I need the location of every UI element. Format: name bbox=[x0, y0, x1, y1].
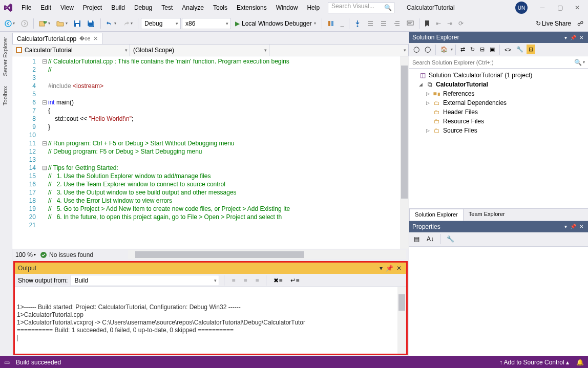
output-tb-1: ≡ bbox=[229, 275, 238, 286]
se-sync-icon[interactable]: ⇄ bbox=[458, 45, 467, 54]
se-showall-icon[interactable]: ▣ bbox=[488, 45, 497, 54]
menu-view[interactable]: View bbox=[56, 2, 78, 13]
user-avatar[interactable]: UN bbox=[515, 2, 528, 14]
menu-test[interactable]: Test bbox=[157, 2, 177, 13]
se-search-input[interactable] bbox=[412, 59, 574, 66]
menu-build[interactable]: Build bbox=[107, 2, 129, 13]
tb-disabled-3: ⟳ bbox=[456, 18, 466, 29]
se-search[interactable]: 🔍▾ bbox=[409, 56, 588, 69]
tree-node-header-files[interactable]: 🗀Header Files bbox=[410, 107, 587, 117]
undo-button[interactable]: ▾ bbox=[103, 19, 119, 28]
menu-extensions[interactable]: Extensions bbox=[233, 2, 271, 13]
nav-fwd-button[interactable] bbox=[18, 18, 31, 29]
maximize-button[interactable]: ▢ bbox=[551, 1, 569, 14]
output-pin-icon[interactable]: 📌 bbox=[384, 265, 395, 272]
open-file-button[interactable]: ▾ bbox=[54, 18, 70, 29]
menu-edit[interactable]: Edit bbox=[36, 2, 55, 13]
prop-dropdown-icon[interactable]: ▾ bbox=[563, 224, 569, 229]
nav-scope-combo[interactable]: (Global Scope) bbox=[130, 45, 269, 56]
tb-comment-icon[interactable] bbox=[404, 19, 416, 28]
prop-close-icon[interactable]: ✕ bbox=[578, 224, 585, 229]
prop-pin-icon[interactable]: 📌 bbox=[569, 224, 578, 229]
save-all-button[interactable] bbox=[85, 18, 98, 29]
close-tab-icon[interactable]: ✕ bbox=[93, 35, 98, 42]
se-home-icon[interactable]: 🏠 bbox=[438, 45, 450, 54]
tab-solution-explorer[interactable]: Solution Explorer bbox=[409, 209, 464, 221]
title-bar: FileEditViewProjectBuildDebugTestAnalyze… bbox=[0, 0, 588, 15]
menu-tools[interactable]: Tools bbox=[209, 2, 232, 13]
tb-lines-1[interactable] bbox=[364, 19, 376, 28]
output-text[interactable]: 1>------ Build started: Project: Calcula… bbox=[15, 287, 406, 354]
tree-node-references[interactable]: ▷■∎References bbox=[410, 89, 587, 98]
menu-file[interactable]: File bbox=[17, 2, 35, 13]
zoom-combo[interactable]: 100 % ▾ bbox=[15, 251, 36, 258]
se-fwd-icon[interactable]: ◯ bbox=[423, 45, 433, 54]
minimize-button[interactable]: ─ bbox=[534, 1, 551, 14]
folder-icon: 🗀 bbox=[433, 127, 441, 134]
tree-node-source-files[interactable]: ▷🗀Source Files bbox=[410, 126, 587, 135]
tree-node-resource-files[interactable]: 🗀Resource Files bbox=[410, 117, 587, 126]
tree-project-node[interactable]: ◢⧉ CalculatorTutorial bbox=[410, 80, 587, 89]
nav-project-combo[interactable]: CalculatorTutorial bbox=[12, 45, 130, 56]
new-project-button[interactable]: +▾ bbox=[36, 18, 53, 29]
prop-categorized-icon[interactable]: ▤ bbox=[411, 234, 422, 244]
se-preview-icon[interactable]: ⊡ bbox=[527, 45, 535, 54]
properties-grid[interactable] bbox=[409, 247, 588, 357]
notifications-icon[interactable]: 🔔 bbox=[576, 359, 584, 366]
prop-wrench-icon[interactable]: 🔧 bbox=[444, 234, 457, 244]
se-back-icon[interactable]: ◯ bbox=[411, 45, 422, 54]
menu-window[interactable]: Window bbox=[272, 2, 302, 13]
se-refresh-icon[interactable]: ↻ bbox=[468, 45, 477, 54]
solution-tree[interactable]: ◫ Solution 'CalculatorTutorial' (1 proje… bbox=[409, 69, 588, 208]
fold-column[interactable]: ⊟⊟⊟⊟ bbox=[41, 56, 48, 249]
live-share-button[interactable]: ↻ Live Share bbox=[533, 18, 574, 29]
menu-project[interactable]: Project bbox=[79, 2, 106, 13]
editor-hscrollbar[interactable] bbox=[128, 250, 406, 259]
se-collapse-icon[interactable]: ⊟ bbox=[478, 45, 487, 54]
nav-back-button[interactable]: ▾ bbox=[2, 18, 17, 29]
doc-tab-calculator[interactable]: CalculatorTutorial.cpp �ое ✕ bbox=[12, 33, 102, 44]
se-properties-icon[interactable]: 🔧 bbox=[514, 45, 526, 54]
output-clear-icon[interactable]: ✖≡ bbox=[271, 275, 285, 286]
output-dropdown-icon[interactable]: ▾ bbox=[378, 265, 384, 272]
output-vscrollbar[interactable] bbox=[397, 287, 406, 354]
tb-misc-1[interactable] bbox=[325, 18, 337, 29]
output-wrap-icon[interactable]: ↵≡ bbox=[288, 275, 302, 286]
feedback-icon[interactable]: ☍ bbox=[575, 18, 586, 29]
redo-button[interactable]: ▾ bbox=[120, 19, 135, 28]
nav-member-combo[interactable] bbox=[269, 45, 409, 56]
editor-vscrollbar[interactable] bbox=[400, 56, 409, 249]
toolbox-tab[interactable]: Toolbox bbox=[0, 81, 12, 111]
tab-team-explorer[interactable]: Team Explorer bbox=[464, 209, 510, 221]
se-dropdown-icon[interactable]: ▾ bbox=[563, 35, 569, 40]
platform-combo[interactable]: x86 bbox=[182, 18, 231, 29]
output-close-icon[interactable]: ✕ bbox=[395, 265, 403, 272]
output-source-combo[interactable]: Build bbox=[71, 275, 219, 286]
quick-search[interactable]: Search Visual... 🔍 bbox=[328, 2, 394, 13]
code-editor[interactable]: 123456789101112131415161718192021 ⊟⊟⊟⊟ /… bbox=[12, 56, 409, 249]
issues-indicator[interactable]: No issues found bbox=[40, 251, 93, 258]
config-combo[interactable]: Debug bbox=[141, 18, 181, 29]
tb-lines-2[interactable] bbox=[377, 19, 390, 28]
prop-alpha-icon[interactable]: A↓ bbox=[424, 234, 436, 244]
tree-node-external-dependencies[interactable]: ▷🗀External Dependencies bbox=[410, 98, 587, 107]
pin-icon[interactable]: �ое bbox=[79, 36, 90, 41]
save-button[interactable] bbox=[71, 18, 83, 29]
close-button[interactable]: ✕ bbox=[569, 1, 586, 14]
tb-misc-2[interactable]: _ bbox=[338, 18, 347, 29]
add-source-control[interactable]: ↑ Add to Source Control ▴ bbox=[499, 359, 569, 366]
menu-debug[interactable]: Debug bbox=[130, 2, 156, 13]
se-pin-icon[interactable]: 📌 bbox=[569, 35, 578, 40]
bookmark-icon[interactable] bbox=[422, 18, 432, 29]
code-area[interactable]: // CalculatorTutorial.cpp : This file co… bbox=[48, 56, 409, 249]
step-into-icon[interactable] bbox=[352, 18, 363, 29]
tb-lines-3[interactable] bbox=[391, 19, 403, 28]
se-close-icon[interactable]: ✕ bbox=[578, 35, 585, 40]
svg-rect-16 bbox=[17, 48, 21, 52]
start-debugger-button[interactable]: ▶ Local Windows Debugger ▾ bbox=[232, 19, 319, 28]
menu-analyze[interactable]: Analyze bbox=[178, 2, 208, 13]
server-explorer-tab[interactable]: Server Explorer bbox=[0, 32, 12, 81]
menu-help[interactable]: Help bbox=[303, 2, 324, 13]
tree-solution-node[interactable]: ◫ Solution 'CalculatorTutorial' (1 proje… bbox=[410, 71, 587, 80]
se-code-icon[interactable]: <> bbox=[502, 45, 513, 54]
